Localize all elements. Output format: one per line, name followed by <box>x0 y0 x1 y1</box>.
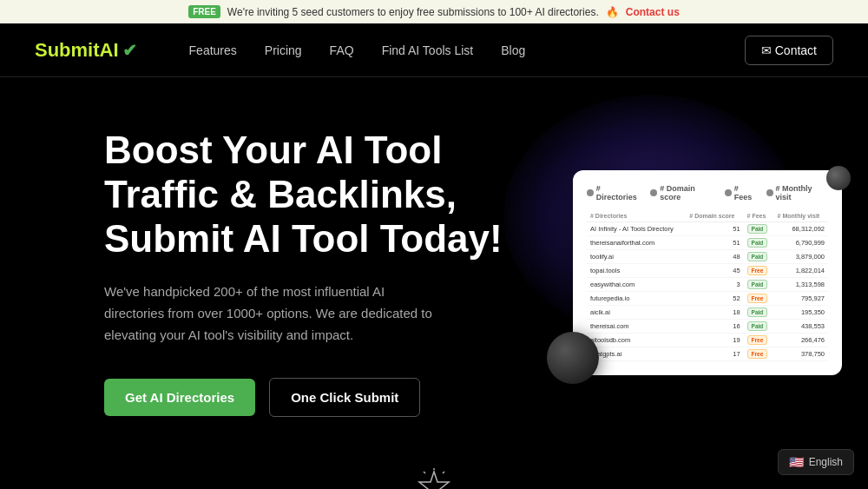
cell-fee: Free <box>744 264 774 278</box>
dashboard-table: # Directories # Domain score # Fees # Mo… <box>587 210 828 361</box>
cell-score: 3 <box>686 278 743 292</box>
hero-right: # Directories # Domain score # Fees # Mo… <box>521 170 842 375</box>
cell-name: thereisai.com <box>587 320 686 334</box>
cell-fee: Free <box>744 292 774 306</box>
cell-fee: Free <box>744 347 774 361</box>
cell-name: topai.tools <box>587 264 686 278</box>
cell-fee: Paid <box>744 236 774 250</box>
table-row: aitoolsdb.com 19 Free 266,476 <box>587 334 828 347</box>
logo-text: SubmitAI <box>35 39 119 62</box>
table-row: futurepedia.io 52 Free 795,927 <box>587 292 828 306</box>
cell-name: futurepedia.io <box>587 292 686 306</box>
banner-emoji: 🔥 <box>606 6 619 18</box>
hero-buttons: Get AI Directories One Click Submit <box>104 378 521 417</box>
cell-name: aiclk.ai <box>587 306 686 320</box>
table-row: easywithai.com 3 Paid 1,313,598 <box>587 278 828 292</box>
hero-left: Boost Your AI Tool Traffic & Backlinks, … <box>104 129 521 416</box>
hero-title: Boost Your AI Tool Traffic & Backlinks, … <box>104 129 521 261</box>
orb-bottom-decoration <box>547 332 599 384</box>
nav-find-ai-tools[interactable]: Find AI Tools List <box>382 43 474 57</box>
get-ai-directories-button[interactable]: Get AI Directories <box>104 379 255 416</box>
nav-pricing[interactable]: Pricing <box>265 43 302 57</box>
cell-score: 45 <box>686 264 743 278</box>
svg-line-2 <box>443 472 444 473</box>
hero-subtitle: We've handpicked 200+ of the most influe… <box>104 281 434 346</box>
cell-fee: Free <box>744 334 774 347</box>
cell-visits: 195,350 <box>774 306 828 320</box>
cell-name: thereisanaiforthat.com <box>587 236 686 250</box>
cell-visits: 68,312,092 <box>774 222 828 236</box>
cell-name: AI Infinity - AI Tools Directory <box>587 222 686 236</box>
cell-name: toolify.ai <box>587 250 686 264</box>
one-click-submit-button[interactable]: One Click Submit <box>269 378 420 417</box>
table-row: thereisai.com 16 Paid 438,553 <box>587 320 828 334</box>
cell-score: 19 <box>686 334 743 347</box>
nav-faq[interactable]: FAQ <box>330 43 354 57</box>
cell-visits: 3,879,000 <box>774 250 828 264</box>
cell-score: 51 <box>686 236 743 250</box>
cell-visits: 438,553 <box>774 320 828 334</box>
cell-visits: 1,822,014 <box>774 264 828 278</box>
cell-fee: Paid <box>744 320 774 334</box>
table-row: chatgpts.ai 17 Free 378,750 <box>587 347 828 361</box>
col-score: # Domain score <box>686 210 743 222</box>
cell-score: 51 <box>686 222 743 236</box>
cell-name: easywithai.com <box>587 278 686 292</box>
dashboard-header: # Directories # Domain score # Fees # Mo… <box>587 184 828 202</box>
cell-visits: 6,790,999 <box>774 236 828 250</box>
orb-top-decoration <box>826 166 851 190</box>
cell-name: aitoolsdb.com <box>587 334 686 347</box>
nav-blog[interactable]: Blog <box>501 43 525 57</box>
bottom-bar <box>0 459 868 489</box>
cell-fee: Paid <box>744 278 774 292</box>
contact-button[interactable]: ✉ Contact <box>745 36 833 65</box>
banner-contact-link[interactable]: Contact us <box>626 6 680 18</box>
table-row: toolify.ai 48 Paid 3,879,000 <box>587 250 828 264</box>
banner-text: We're inviting 5 seed customers to enjoy… <box>227 6 599 18</box>
star-icon-area <box>417 468 451 489</box>
nav-features[interactable]: Features <box>189 43 237 57</box>
table-row: AI Infinity - AI Tools Directory 51 Paid… <box>587 222 828 236</box>
table-row: topai.tools 45 Free 1,822,014 <box>587 264 828 278</box>
cell-score: 48 <box>686 250 743 264</box>
cell-fee: Paid <box>744 222 774 236</box>
cell-name: chatgpts.ai <box>587 347 686 361</box>
svg-marker-0 <box>419 472 449 489</box>
cell-fee: Paid <box>744 306 774 320</box>
top-banner: FREE We're inviting 5 seed customers to … <box>0 0 868 23</box>
free-badge: FREE <box>188 5 220 18</box>
hero-section: Boost Your AI Tool Traffic & Backlinks, … <box>0 77 868 459</box>
cell-score: 16 <box>686 320 743 334</box>
col-name: # Directories <box>587 210 686 222</box>
cell-visits: 1,313,598 <box>774 278 828 292</box>
flag-icon: 🇺🇸 <box>789 455 804 469</box>
col-visits: # Monthly visit <box>774 210 828 222</box>
cell-visits: 266,476 <box>774 334 828 347</box>
language-selector[interactable]: 🇺🇸 English <box>778 449 854 475</box>
logo-checkmark: ✔ <box>122 40 137 61</box>
cell-score: 17 <box>686 347 743 361</box>
cell-score: 18 <box>686 306 743 320</box>
col-fee: # Fees <box>744 210 774 222</box>
table-row: thereisanaiforthat.com 51 Paid 6,790,999 <box>587 236 828 250</box>
cell-score: 52 <box>686 292 743 306</box>
svg-line-3 <box>424 472 425 473</box>
cell-visits: 378,750 <box>774 347 828 361</box>
navbar: SubmitAI ✔ Features Pricing FAQ Find AI … <box>0 23 868 77</box>
logo[interactable]: SubmitAI ✔ <box>35 39 137 62</box>
star-icon <box>417 468 451 489</box>
dashboard-preview-card: # Directories # Domain score # Fees # Mo… <box>573 170 842 375</box>
cell-visits: 795,927 <box>774 292 828 306</box>
language-label: English <box>809 456 843 468</box>
nav-links: Features Pricing FAQ Find AI Tools List … <box>189 43 745 57</box>
cell-fee: Paid <box>744 250 774 264</box>
table-row: aiclk.ai 18 Paid 195,350 <box>587 306 828 320</box>
